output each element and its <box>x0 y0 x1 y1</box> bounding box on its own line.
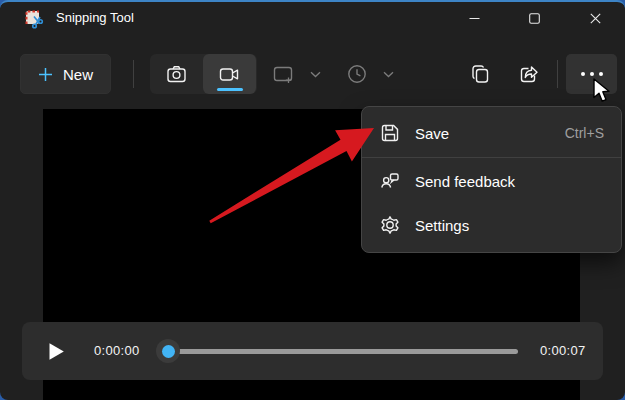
menu-item-save[interactable]: Save Ctrl+S <box>362 110 621 156</box>
settings-icon <box>379 215 400 236</box>
menu-item-shortcut: Ctrl+S <box>565 125 604 141</box>
video-record-button[interactable] <box>203 54 256 94</box>
playback-bar: 0:00:00 0:00:07 <box>22 322 603 380</box>
plus-icon <box>38 67 53 82</box>
snipping-tool-window: Snipping Tool New <box>0 0 625 400</box>
close-button[interactable] <box>572 2 618 35</box>
new-snip-button[interactable]: New <box>20 54 111 94</box>
toolbar: New <box>0 48 625 100</box>
more-options-menu: Save Ctrl+S Send feedback S <box>361 106 622 253</box>
current-time: 0:00:00 <box>94 343 139 358</box>
video-camera-icon <box>219 64 240 85</box>
snipping-tool-app-icon <box>24 9 44 29</box>
menu-item-label: Save <box>415 125 449 142</box>
chevron-down-icon <box>310 71 321 78</box>
menu-item-settings[interactable]: Settings <box>362 203 621 247</box>
copy-button[interactable] <box>458 54 504 94</box>
chevron-down-icon <box>383 71 394 78</box>
rectangle-snip-icon <box>272 63 295 86</box>
more-ellipsis-icon <box>581 72 585 76</box>
selected-mode-indicator <box>217 88 243 91</box>
copy-icon <box>471 64 491 84</box>
snip-shape-dropdown[interactable] <box>272 54 321 94</box>
total-duration: 0:00:07 <box>540 343 585 358</box>
menu-item-label: Settings <box>415 217 469 234</box>
seek-track[interactable] <box>168 349 518 354</box>
toolbar-divider <box>557 60 558 88</box>
feedback-icon <box>379 171 400 192</box>
play-button[interactable] <box>44 339 68 363</box>
maximize-button[interactable] <box>511 2 557 35</box>
toolbar-divider <box>133 60 134 88</box>
minimize-button[interactable] <box>451 2 497 35</box>
delay-dropdown[interactable] <box>346 54 394 94</box>
window-title: Snipping Tool <box>56 10 134 25</box>
photo-camera-icon <box>166 64 187 85</box>
menu-item-label: Send feedback <box>415 173 515 190</box>
menu-separator <box>362 157 621 158</box>
new-button-label: New <box>63 66 93 83</box>
seek-thumb[interactable] <box>156 339 180 363</box>
see-more-button[interactable] <box>566 54 617 94</box>
clock-delay-icon <box>346 63 368 85</box>
capture-mode-group <box>150 54 257 94</box>
photo-snip-button[interactable] <box>150 54 203 94</box>
title-bar: Snipping Tool <box>0 2 625 36</box>
menu-item-send-feedback[interactable]: Send feedback <box>362 159 621 203</box>
share-button[interactable] <box>506 54 552 94</box>
share-icon <box>519 64 540 85</box>
save-icon <box>379 123 400 144</box>
